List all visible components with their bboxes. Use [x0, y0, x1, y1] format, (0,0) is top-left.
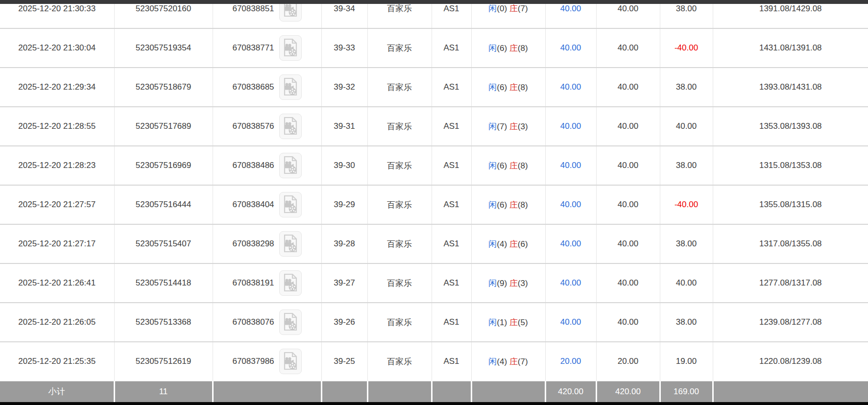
balance-cell: 1277.08/1317.08 — [713, 263, 868, 303]
banker-label: 庄 — [509, 4, 518, 13]
table-row: 2025-12-20 21:27:17 523057515407 6708382… — [0, 224, 868, 263]
video-replay-button[interactable] — [279, 192, 302, 217]
order-id-cell: 523057512619 — [114, 342, 213, 381]
table-row: 2025-12-20 21:28:55 523057517689 6708385… — [0, 107, 868, 146]
game-type-cell: 百家乐 — [367, 28, 432, 68]
bet-amount-cell: 40.00 — [545, 224, 596, 263]
balance-cell: 1315.08/1353.08 — [713, 146, 868, 185]
round-cell: 39-29 — [321, 185, 367, 224]
game-id-value: 670838576 — [232, 121, 274, 131]
video-replay-button[interactable] — [279, 270, 302, 296]
subtotal-empty-table — [432, 381, 471, 402]
video-file-icon — [283, 156, 298, 176]
video-replay-button[interactable] — [279, 35, 302, 61]
subtotal-winloss-total: 169.00 — [660, 381, 713, 402]
game-type-cell: 百家乐 — [367, 342, 432, 381]
round-cell: 39-31 — [321, 107, 367, 146]
subtotal-valid-total: 420.00 — [596, 381, 660, 402]
result-cell: 闲(1) 庄(5) — [471, 303, 545, 342]
order-id-cell: 523057518679 — [114, 68, 213, 107]
table-name-cell: AS1 — [432, 28, 471, 68]
game-id-cell: 670838404 — [213, 185, 321, 224]
game-id-cell: 670838076 — [213, 303, 321, 342]
bet-time-cell: 2025-12-20 21:26:41 — [0, 263, 114, 303]
game-id-cell: 670837986 — [213, 342, 321, 381]
game-id-cell: 670838486 — [213, 146, 321, 185]
winloss-cell: 38.00 — [660, 146, 713, 185]
player-label: 闲 — [488, 239, 497, 249]
table-name-cell: AS1 — [432, 263, 471, 303]
player-label: 闲 — [488, 4, 497, 13]
bet-amount-cell: 40.00 — [545, 263, 596, 303]
video-file-icon — [283, 38, 298, 58]
subtotal-empty-round — [321, 381, 367, 402]
winloss-cell: 38.00 — [660, 303, 713, 342]
player-points: (4) — [497, 357, 507, 366]
video-file-icon — [283, 77, 298, 97]
table-name-cell: AS1 — [432, 303, 471, 342]
game-type-cell: 百家乐 — [367, 224, 432, 263]
bet-amount-cell: 20.00 — [545, 342, 596, 381]
game-id-value: 670838685 — [232, 82, 274, 92]
player-label: 闲 — [488, 44, 497, 53]
game-id-cell: 670838298 — [213, 224, 321, 263]
order-id-cell: 523057516969 — [114, 146, 213, 185]
video-replay-button[interactable] — [279, 74, 302, 100]
table-name-cell: AS1 — [432, 146, 471, 185]
result-cell: 闲(4) 庄(7) — [471, 342, 545, 381]
game-id-value: 670837986 — [232, 357, 274, 366]
table-row: 2025-12-20 21:30:04 523057519354 6708387… — [0, 28, 868, 68]
winloss-cell: -40.00 — [660, 28, 713, 68]
video-file-icon — [283, 117, 298, 137]
bet-time-cell: 2025-12-20 21:26:05 — [0, 303, 114, 342]
bet-amount-cell: 40.00 — [545, 303, 596, 342]
subtotal-empty-gameid — [213, 381, 321, 402]
valid-amount-cell: 40.00 — [596, 107, 660, 146]
video-replay-button[interactable] — [279, 153, 302, 178]
top-dark-strip — [0, 0, 868, 4]
bet-records-table: 2025-12-20 21:30:33 523057520160 6708388… — [0, 0, 868, 402]
result-cell: 闲(6) 庄(8) — [471, 146, 545, 185]
game-id-value: 670838404 — [232, 200, 274, 210]
valid-amount-cell: 40.00 — [596, 263, 660, 303]
bottom-dark-strip — [0, 402, 868, 405]
bet-time-cell: 2025-12-20 21:30:33 — [0, 0, 114, 28]
table-name-cell: AS1 — [432, 68, 471, 107]
bet-amount-cell: 40.00 — [545, 0, 596, 28]
subtotal-bet-total: 420.00 — [545, 381, 596, 402]
valid-amount-cell: 40.00 — [596, 185, 660, 224]
game-id-value: 670838298 — [232, 239, 274, 249]
table-row: 2025-12-20 21:27:57 523057516444 6708384… — [0, 185, 868, 224]
game-type-cell: 百家乐 — [367, 185, 432, 224]
winloss-cell: 38.00 — [660, 0, 713, 28]
valid-amount-cell: 20.00 — [596, 342, 660, 381]
game-id-cell: 670838771 — [213, 28, 321, 68]
player-label: 闲 — [488, 200, 497, 210]
subtotal-empty-balance — [713, 381, 868, 402]
banker-points: (6) — [518, 239, 528, 249]
valid-amount-cell: 40.00 — [596, 68, 660, 107]
valid-amount-cell: 40.00 — [596, 28, 660, 68]
table-name-cell: AS1 — [432, 185, 471, 224]
bet-amount-cell: 40.00 — [545, 28, 596, 68]
winloss-cell: 40.00 — [660, 263, 713, 303]
banker-label: 庄 — [509, 122, 518, 131]
table-name-cell: AS1 — [432, 224, 471, 263]
video-replay-button[interactable] — [279, 231, 302, 257]
game-type-cell: 百家乐 — [367, 107, 432, 146]
result-cell: 闲(6) 庄(8) — [471, 68, 545, 107]
video-replay-button[interactable] — [279, 349, 302, 374]
winloss-cell: 38.00 — [660, 68, 713, 107]
subtotal-empty-result — [471, 381, 545, 402]
balance-cell: 1431.08/1391.08 — [713, 28, 868, 68]
table-name-cell: AS1 — [432, 107, 471, 146]
video-replay-button[interactable] — [279, 114, 302, 139]
player-points: (6) — [497, 161, 507, 170]
player-label: 闲 — [488, 357, 497, 366]
game-type-cell: 百家乐 — [367, 146, 432, 185]
round-cell: 39-30 — [321, 146, 367, 185]
order-id-cell: 523057516444 — [114, 185, 213, 224]
bet-time-cell: 2025-12-20 21:29:34 — [0, 68, 114, 107]
video-replay-button[interactable] — [279, 310, 302, 335]
player-points: (6) — [497, 83, 507, 92]
